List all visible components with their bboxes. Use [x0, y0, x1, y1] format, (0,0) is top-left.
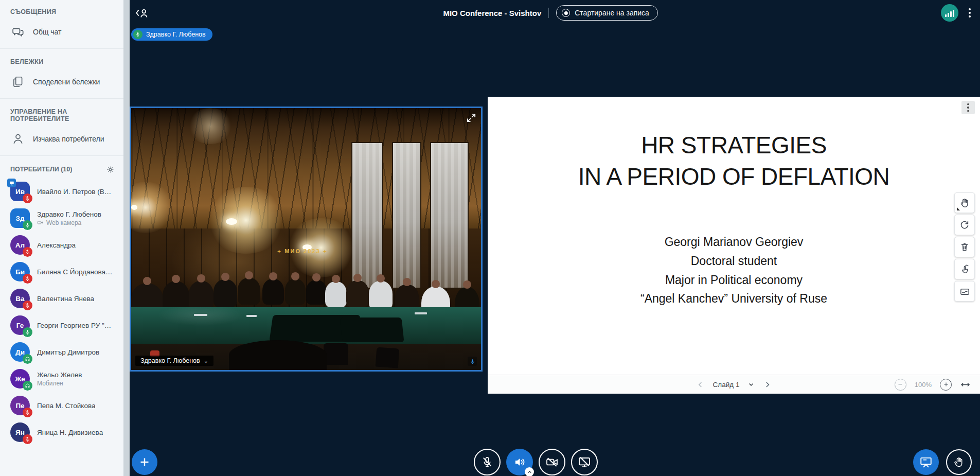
user-avatar: Ян	[10, 422, 30, 442]
manage-users-gear-icon[interactable]	[105, 164, 115, 174]
muted-mic-icon	[23, 301, 32, 310]
share-screen-button[interactable]	[571, 449, 598, 475]
slide-title: HR STRATEGIES IN A PERIOD OF DEFLATION	[488, 130, 980, 192]
user-name: Здравко Г. Любенов	[37, 210, 101, 218]
zoom-out-button[interactable]	[895, 379, 906, 391]
raise-hand-button[interactable]	[946, 449, 972, 475]
user-name: Жельо Желев	[37, 371, 82, 379]
action-bar-right	[913, 449, 972, 475]
user-list-item[interactable]: ЖеЖельо ЖелевМобилен	[0, 366, 123, 392]
actions-plus-button[interactable]	[132, 449, 157, 475]
user-name: Пепа М. Стойкова	[37, 402, 95, 410]
webcam-video-feed[interactable]: МИО 2023 Здравко	[130, 107, 483, 372]
user-list-item[interactable]: ЯнЯница Н. Дивизиева	[0, 419, 123, 445]
start-recording-button[interactable]: Стартиране на записа	[556, 5, 658, 21]
user-avatar: Би	[10, 262, 30, 281]
user-avatar: Зд	[10, 208, 30, 228]
user-list-item[interactable]: ДиДимитър Димитров	[0, 339, 123, 365]
avatar-initials: Ал	[15, 241, 25, 249]
zoom-in-button[interactable]	[940, 379, 952, 391]
left-sidebar: СЪОБЩЕНИЯ Общ чат БЕЛЕЖКИ Споделени беле…	[0, 0, 123, 476]
previous-slide-button[interactable]	[696, 380, 705, 389]
avatar-initials: Ва	[15, 295, 24, 303]
delete-annotations-icon[interactable]	[954, 237, 975, 257]
presenter-icon	[7, 179, 16, 187]
audio-button[interactable]	[506, 449, 533, 475]
undo-icon[interactable]	[954, 215, 975, 235]
fullscreen-icon[interactable]	[466, 112, 477, 126]
users-header: ПОТРЕБИТЕЛИ (10)	[10, 166, 72, 173]
webcam-scene: МИО 2023	[131, 108, 481, 370]
sidebar-item-public-chat[interactable]: Общ чат	[0, 20, 123, 44]
share-webcam-button[interactable]	[539, 449, 565, 475]
user-management-header: УПРАВЛЕНИЕ НА ПОТРЕБИТЕЛИТЕ	[0, 100, 123, 127]
panel-resize-handle[interactable]	[123, 0, 130, 476]
waiting-user-icon	[10, 131, 26, 147]
user-avatar: Ив	[10, 182, 30, 201]
restore-presentation-button[interactable]	[913, 449, 939, 475]
avatar-initials: Ян	[15, 429, 25, 436]
webcam-name-label[interactable]: Здравко Г. Любенов ⌄	[135, 356, 213, 366]
user-name: Яница Н. Дивизиева	[37, 429, 103, 436]
user-name: Димитър Димитров	[37, 348, 99, 356]
user-avatar: Ди	[10, 342, 30, 362]
user-avatar: Пе	[10, 396, 30, 415]
top-bar: MIO Conference - Svishtov Стартиране на …	[130, 0, 980, 26]
user-list: ИвИвайло И. Петров (Вие)ЗдЗдравко Г. Люб…	[0, 179, 123, 445]
user-device-label: Мобилен	[37, 380, 82, 387]
options-menu-icon[interactable]	[966, 6, 974, 20]
muted-mic-icon	[23, 274, 32, 284]
avatar-initials: Ге	[16, 322, 24, 329]
notes-header: БЕЛЕЖКИ	[0, 50, 123, 69]
toggle-userlist-icon[interactable]	[135, 6, 150, 22]
divider	[0, 98, 123, 99]
slide-body: Georgi Marianov Georgiev Doctoral studen…	[488, 233, 980, 308]
muted-mic-icon	[23, 193, 32, 203]
user-list-item[interactable]: ИвИвайло И. Петров (Вие)	[0, 179, 123, 204]
sidebar-item-waiting-users[interactable]: Изчаква потребители	[0, 127, 123, 151]
presentation-area: HR STRATEGIES IN A PERIOD OF DEFLATION G…	[488, 97, 980, 394]
user-avatar: Ал	[10, 235, 30, 255]
user-list-item[interactable]: ПеПепа М. Стойкова	[0, 393, 123, 418]
user-list-item[interactable]: ЗдЗдравко Г. ЛюбеновWeb камера	[0, 205, 123, 231]
sidebar-item-label: Споделени бележки	[33, 78, 100, 86]
user-list-item[interactable]: БиБиляна С Йорданова 201704	[0, 259, 123, 285]
presentation-options-icon[interactable]	[961, 101, 975, 114]
sidebar-item-label: Изчаква потребители	[33, 135, 104, 143]
user-name: Георги Георгиев РУ "Ангел Кънч...	[37, 322, 113, 329]
draw-tool-icon[interactable]	[954, 259, 975, 279]
webcam-mic-icon	[468, 357, 477, 366]
mic-icon	[133, 30, 142, 39]
avatar-initials: Же	[15, 375, 25, 383]
audio-options-caret-icon[interactable]	[525, 467, 534, 476]
talking-speaker-name: Здравко Г. Любенов	[146, 31, 206, 38]
slide-select-caret-icon[interactable]	[747, 381, 755, 388]
headphones-icon	[23, 354, 32, 364]
user-list-item[interactable]: ВаВалентина Янева	[0, 286, 123, 311]
user-avatar: Ва	[10, 289, 30, 308]
sidebar-item-shared-notes[interactable]: Споделени бележки	[0, 69, 123, 94]
record-label: Стартиране на записа	[575, 9, 649, 17]
slide-number-label[interactable]: Слайд 1	[713, 381, 740, 389]
mic-icon	[23, 220, 32, 230]
avatar-initials: Зд	[15, 215, 24, 222]
user-list-item[interactable]: ГеГеорги Георгиев РУ "Ангел Кънч...	[0, 312, 123, 338]
avatar-initials: Ив	[15, 188, 25, 196]
user-name: Ивайло И. Петров (Вие)	[37, 188, 113, 196]
chevron-down-icon: ⌄	[204, 358, 208, 364]
action-bar	[474, 449, 598, 475]
connection-status-icon[interactable]	[941, 4, 958, 22]
whiteboard-toolbar	[954, 192, 975, 302]
user-list-item[interactable]: АлАлександра	[0, 232, 123, 258]
shape-tool-icon[interactable]	[954, 281, 975, 302]
next-slide-button[interactable]	[763, 380, 772, 389]
talking-indicator[interactable]: Здравко Г. Любенов	[131, 28, 212, 41]
pan-tool-button[interactable]	[954, 192, 975, 213]
zoom-level: 100%	[915, 381, 932, 389]
unmute-mic-button[interactable]	[474, 449, 501, 475]
slide-canvas[interactable]: HR STRATEGIES IN A PERIOD OF DEFLATION G…	[488, 97, 980, 375]
user-device-label: Web камера	[37, 219, 101, 226]
divider	[0, 48, 123, 49]
avatar-initials: Ди	[15, 348, 25, 356]
fit-width-button[interactable]	[960, 379, 971, 390]
